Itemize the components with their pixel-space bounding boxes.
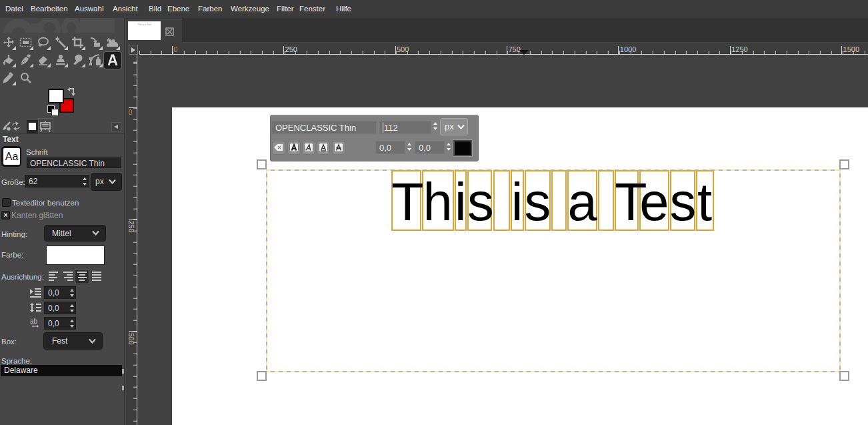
svg-text:ab: ab bbox=[30, 318, 38, 325]
